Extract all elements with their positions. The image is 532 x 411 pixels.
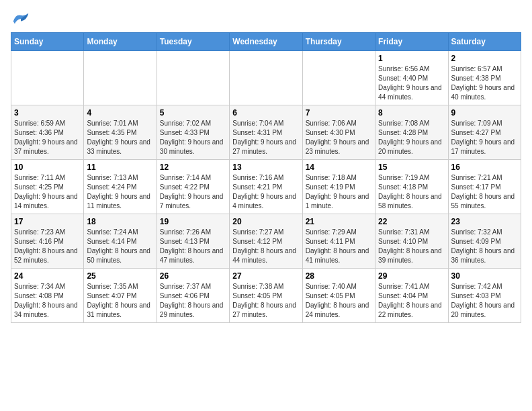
day-number: 17 bbox=[14, 217, 81, 226]
day-header-wednesday: Wednesday bbox=[230, 33, 302, 51]
day-info: Sunrise: 7:41 AM Sunset: 4:04 PM Dayligh… bbox=[378, 282, 445, 320]
calendar-cell: 12Sunrise: 7:14 AM Sunset: 4:22 PM Dayli… bbox=[157, 160, 229, 214]
day-info: Sunrise: 7:11 AM Sunset: 4:25 PM Dayligh… bbox=[14, 173, 81, 211]
calendar-cell: 14Sunrise: 7:18 AM Sunset: 4:19 PM Dayli… bbox=[302, 160, 375, 214]
calendar-cell: 22Sunrise: 7:31 AM Sunset: 4:10 PM Dayli… bbox=[375, 214, 448, 269]
calendar-cell bbox=[157, 51, 229, 105]
calendar-week-row: 1Sunrise: 6:56 AM Sunset: 4:40 PM Daylig… bbox=[11, 51, 521, 105]
day-info: Sunrise: 7:26 AM Sunset: 4:13 PM Dayligh… bbox=[160, 228, 226, 265]
day-info: Sunrise: 7:35 AM Sunset: 4:07 PM Dayligh… bbox=[87, 282, 153, 320]
day-number: 25 bbox=[87, 271, 153, 281]
day-info: Sunrise: 7:18 AM Sunset: 4:19 PM Dayligh… bbox=[306, 173, 372, 211]
day-header-tuesday: Tuesday bbox=[157, 33, 229, 51]
day-info: Sunrise: 7:29 AM Sunset: 4:11 PM Dayligh… bbox=[306, 228, 372, 265]
day-info: Sunrise: 6:57 AM Sunset: 4:38 PM Dayligh… bbox=[451, 64, 518, 102]
calendar-cell: 30Sunrise: 7:42 AM Sunset: 4:03 PM Dayli… bbox=[448, 269, 521, 323]
day-info: Sunrise: 6:56 AM Sunset: 4:40 PM Dayligh… bbox=[378, 64, 445, 102]
calendar-cell: 9Sunrise: 7:09 AM Sunset: 4:27 PM Daylig… bbox=[448, 105, 521, 160]
calendar-cell: 8Sunrise: 7:08 AM Sunset: 4:28 PM Daylig… bbox=[375, 105, 448, 160]
day-number: 14 bbox=[306, 163, 372, 172]
day-number: 7 bbox=[306, 108, 372, 118]
logo bbox=[11, 11, 34, 27]
calendar-cell: 19Sunrise: 7:26 AM Sunset: 4:13 PM Dayli… bbox=[157, 214, 229, 269]
day-number: 19 bbox=[160, 217, 226, 226]
calendar-cell: 20Sunrise: 7:27 AM Sunset: 4:12 PM Dayli… bbox=[230, 214, 302, 269]
calendar-cell: 27Sunrise: 7:38 AM Sunset: 4:05 PM Dayli… bbox=[230, 269, 302, 323]
day-number: 13 bbox=[232, 163, 299, 172]
day-number: 12 bbox=[160, 163, 226, 172]
day-number: 10 bbox=[14, 163, 81, 172]
day-info: Sunrise: 7:21 AM Sunset: 4:17 PM Dayligh… bbox=[451, 173, 518, 211]
day-info: Sunrise: 7:01 AM Sunset: 4:35 PM Dayligh… bbox=[87, 119, 153, 156]
day-info: Sunrise: 7:24 AM Sunset: 4:14 PM Dayligh… bbox=[87, 228, 153, 265]
day-number: 4 bbox=[87, 108, 153, 118]
day-info: Sunrise: 7:04 AM Sunset: 4:31 PM Dayligh… bbox=[232, 119, 299, 156]
day-info: Sunrise: 7:38 AM Sunset: 4:05 PM Dayligh… bbox=[232, 282, 299, 320]
day-number: 6 bbox=[232, 108, 299, 118]
day-info: Sunrise: 7:32 AM Sunset: 4:09 PM Dayligh… bbox=[451, 228, 518, 265]
calendar-week-row: 10Sunrise: 7:11 AM Sunset: 4:25 PM Dayli… bbox=[11, 160, 521, 214]
day-info: Sunrise: 7:08 AM Sunset: 4:28 PM Dayligh… bbox=[378, 119, 445, 156]
day-info: Sunrise: 7:34 AM Sunset: 4:08 PM Dayligh… bbox=[14, 282, 81, 320]
calendar-cell: 4Sunrise: 7:01 AM Sunset: 4:35 PM Daylig… bbox=[84, 105, 157, 160]
calendar-cell: 3Sunrise: 6:59 AM Sunset: 4:36 PM Daylig… bbox=[11, 105, 84, 160]
calendar-cell: 11Sunrise: 7:13 AM Sunset: 4:24 PM Dayli… bbox=[84, 160, 157, 214]
day-info: Sunrise: 7:02 AM Sunset: 4:33 PM Dayligh… bbox=[160, 119, 226, 156]
day-number: 11 bbox=[87, 163, 153, 172]
calendar-cell: 26Sunrise: 7:37 AM Sunset: 4:06 PM Dayli… bbox=[157, 269, 229, 323]
day-info: Sunrise: 7:13 AM Sunset: 4:24 PM Dayligh… bbox=[87, 173, 153, 211]
day-number: 8 bbox=[378, 108, 445, 118]
day-number: 16 bbox=[451, 163, 518, 172]
day-number: 27 bbox=[232, 271, 299, 281]
calendar-cell: 29Sunrise: 7:41 AM Sunset: 4:04 PM Dayli… bbox=[375, 269, 448, 323]
day-number: 20 bbox=[232, 217, 299, 226]
day-number: 5 bbox=[160, 108, 226, 118]
day-info: Sunrise: 6:59 AM Sunset: 4:36 PM Dayligh… bbox=[14, 119, 81, 156]
day-info: Sunrise: 7:09 AM Sunset: 4:27 PM Dayligh… bbox=[451, 119, 518, 156]
day-number: 24 bbox=[14, 271, 81, 281]
day-info: Sunrise: 7:42 AM Sunset: 4:03 PM Dayligh… bbox=[451, 282, 518, 320]
calendar-cell: 5Sunrise: 7:02 AM Sunset: 4:33 PM Daylig… bbox=[157, 105, 229, 160]
day-info: Sunrise: 7:37 AM Sunset: 4:06 PM Dayligh… bbox=[160, 282, 226, 320]
day-number: 18 bbox=[87, 217, 153, 226]
calendar-cell: 7Sunrise: 7:06 AM Sunset: 4:30 PM Daylig… bbox=[302, 105, 375, 160]
day-header-monday: Monday bbox=[84, 33, 157, 51]
calendar-cell: 2Sunrise: 6:57 AM Sunset: 4:38 PM Daylig… bbox=[448, 51, 521, 105]
logo-bird-icon bbox=[11, 11, 31, 27]
day-number: 15 bbox=[378, 163, 445, 172]
calendar-cell: 17Sunrise: 7:23 AM Sunset: 4:16 PM Dayli… bbox=[11, 214, 84, 269]
day-number: 2 bbox=[451, 54, 518, 63]
day-number: 23 bbox=[451, 217, 518, 226]
calendar-cell bbox=[302, 51, 375, 105]
day-number: 9 bbox=[451, 108, 518, 118]
day-number: 26 bbox=[160, 271, 226, 281]
day-number: 22 bbox=[378, 217, 445, 226]
calendar-cell bbox=[11, 51, 84, 105]
day-info: Sunrise: 7:31 AM Sunset: 4:10 PM Dayligh… bbox=[378, 228, 445, 265]
day-info: Sunrise: 7:06 AM Sunset: 4:30 PM Dayligh… bbox=[306, 119, 372, 156]
calendar-cell: 16Sunrise: 7:21 AM Sunset: 4:17 PM Dayli… bbox=[448, 160, 521, 214]
calendar-cell bbox=[230, 51, 302, 105]
day-number: 29 bbox=[378, 271, 445, 281]
calendar-week-row: 3Sunrise: 6:59 AM Sunset: 4:36 PM Daylig… bbox=[11, 105, 521, 160]
calendar-cell: 6Sunrise: 7:04 AM Sunset: 4:31 PM Daylig… bbox=[230, 105, 302, 160]
day-number: 30 bbox=[451, 271, 518, 281]
calendar-cell: 28Sunrise: 7:40 AM Sunset: 4:05 PM Dayli… bbox=[302, 269, 375, 323]
calendar-cell: 24Sunrise: 7:34 AM Sunset: 4:08 PM Dayli… bbox=[11, 269, 84, 323]
calendar-cell bbox=[84, 51, 157, 105]
calendar-cell: 15Sunrise: 7:19 AM Sunset: 4:18 PM Dayli… bbox=[375, 160, 448, 214]
calendar-cell: 23Sunrise: 7:32 AM Sunset: 4:09 PM Dayli… bbox=[448, 214, 521, 269]
day-info: Sunrise: 7:40 AM Sunset: 4:05 PM Dayligh… bbox=[306, 282, 372, 320]
day-info: Sunrise: 7:19 AM Sunset: 4:18 PM Dayligh… bbox=[378, 173, 445, 211]
day-header-thursday: Thursday bbox=[302, 33, 375, 51]
calendar: SundayMondayTuesdayWednesdayThursdayFrid… bbox=[11, 32, 521, 323]
day-header-sunday: Sunday bbox=[11, 33, 84, 51]
day-info: Sunrise: 7:14 AM Sunset: 4:22 PM Dayligh… bbox=[160, 173, 226, 211]
calendar-cell: 25Sunrise: 7:35 AM Sunset: 4:07 PM Dayli… bbox=[84, 269, 157, 323]
day-info: Sunrise: 7:16 AM Sunset: 4:21 PM Dayligh… bbox=[232, 173, 299, 211]
calendar-cell: 21Sunrise: 7:29 AM Sunset: 4:11 PM Dayli… bbox=[302, 214, 375, 269]
calendar-header-row: SundayMondayTuesdayWednesdayThursdayFrid… bbox=[11, 33, 521, 51]
calendar-week-row: 17Sunrise: 7:23 AM Sunset: 4:16 PM Dayli… bbox=[11, 214, 521, 269]
calendar-cell: 1Sunrise: 6:56 AM Sunset: 4:40 PM Daylig… bbox=[375, 51, 448, 105]
day-number: 3 bbox=[14, 108, 81, 118]
